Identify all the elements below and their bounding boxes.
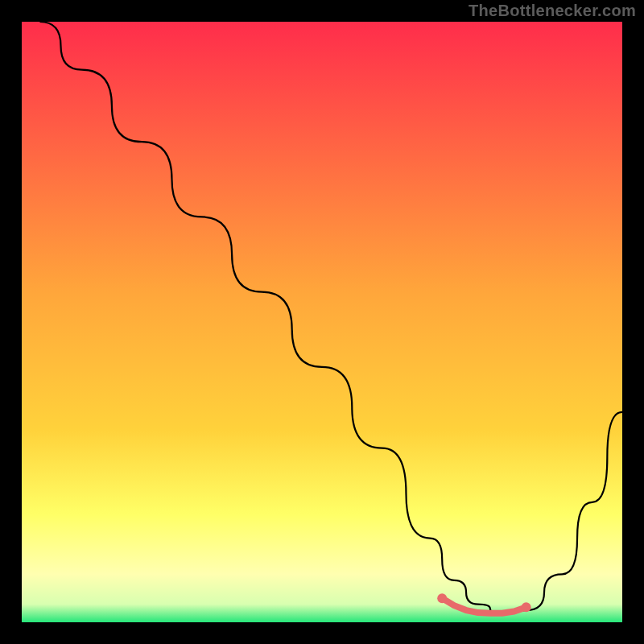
optimal-flat-endcap	[522, 602, 531, 612]
watermark-text: TheBottlenecker.com	[469, 2, 636, 20]
chart-stage: TheBottlenecker.com	[0, 0, 644, 644]
bottleneck-chart	[0, 0, 644, 644]
optimal-flat-endcap	[437, 593, 447, 603]
